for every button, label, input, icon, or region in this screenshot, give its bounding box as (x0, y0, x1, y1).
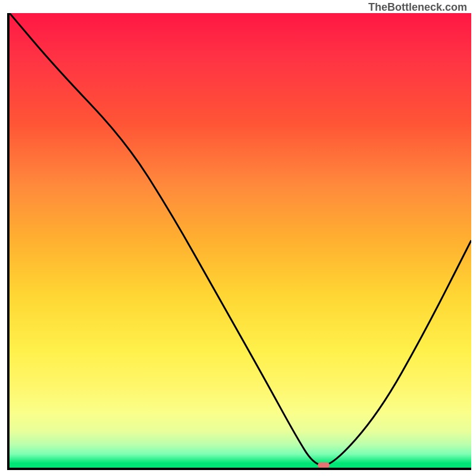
watermark-text: TheBottleneck.com (368, 1, 467, 14)
optimal-point-marker (318, 462, 330, 468)
bottleneck-curve (10, 13, 471, 468)
chart-plot-area (7, 13, 471, 470)
